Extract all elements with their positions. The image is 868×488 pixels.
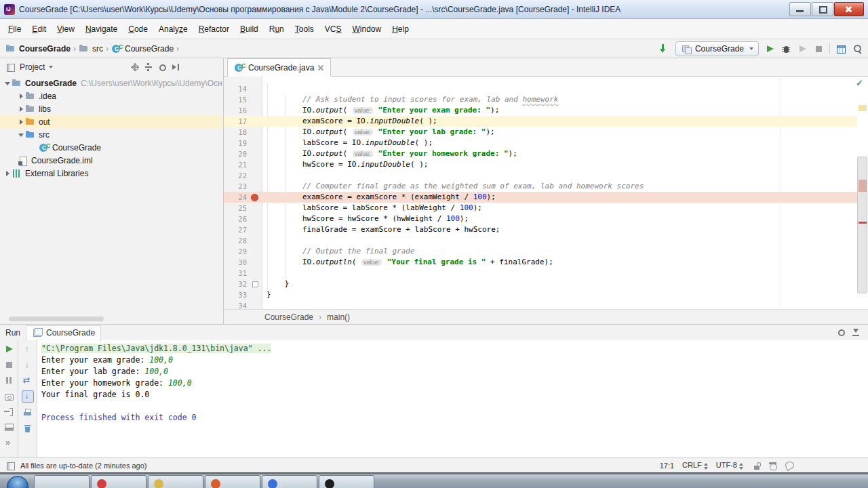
close-tab-icon[interactable]: [317, 64, 324, 71]
code-line-29[interactable]: 29 // Output the final grade: [224, 246, 857, 257]
encoding-selector[interactable]: UTF-8: [716, 461, 743, 469]
inspection-ok-icon[interactable]: [854, 78, 865, 89]
collapse-all-icon[interactable]: [143, 62, 154, 73]
find-icon[interactable]: [852, 43, 863, 54]
tree-item-coursegrade[interactable]: CourseGrade: [0, 141, 222, 154]
chevron-right-icon[interactable]: [4, 168, 12, 179]
code-line-33[interactable]: 33}: [224, 289, 857, 300]
minimize-button[interactable]: [789, 2, 811, 16]
tree-item--idea[interactable]: .idea: [0, 89, 222, 102]
bubble-icon[interactable]: [784, 460, 795, 471]
menu-view[interactable]: View: [52, 22, 80, 36]
stop-icon[interactable]: [3, 359, 14, 370]
code-line-17[interactable]: 17 examScore = IO.inputDouble( );: [224, 116, 857, 127]
taskbar-app-button[interactable]: [91, 475, 146, 488]
menu-build[interactable]: Build: [235, 22, 264, 36]
chevron-right-icon[interactable]: [18, 104, 25, 115]
run-icon[interactable]: [764, 43, 775, 54]
code-line-14[interactable]: 14: [224, 83, 857, 94]
code-area[interactable]: 1415 // Ask student to input scores for …: [224, 77, 868, 310]
project-view-dropdown-icon[interactable]: [49, 66, 53, 68]
coverage-icon[interactable]: [797, 43, 808, 54]
code-line-32[interactable]: 32 }: [224, 279, 857, 289]
menu-analyze[interactable]: Analyze: [153, 22, 193, 36]
code-line-25[interactable]: 25 labScore = labScore * (labWeight / 10…: [224, 203, 857, 214]
code-line-31[interactable]: 31: [224, 268, 857, 279]
stripe-mark-current-line[interactable]: [859, 105, 867, 111]
code-line-34[interactable]: 34: [224, 300, 857, 310]
tree-item-coursegrade[interactable]: CourseGradeC:\Users\user\Work\Курсы\Udem…: [0, 77, 222, 89]
update-project-icon[interactable]: [659, 43, 670, 54]
hide-right-icon[interactable]: [170, 62, 181, 73]
start-button[interactable]: [7, 476, 28, 488]
chevron-down-icon[interactable]: [18, 129, 25, 140]
editor-breadcrumb-item[interactable]: main(): [327, 312, 350, 322]
code-line-22[interactable]: 22: [224, 170, 857, 181]
editor-breadcrumb-item[interactable]: CourseGrade: [264, 312, 313, 322]
stop-icon[interactable]: [813, 43, 824, 54]
taskbar-app-button[interactable]: [205, 475, 260, 488]
code-line-21[interactable]: 21 hwScore = IO.inputDouble( );: [224, 159, 857, 170]
more-icon[interactable]: [3, 437, 14, 448]
tree-item-libs[interactable]: libs: [0, 102, 222, 115]
editor-scrollbar[interactable]: [857, 157, 867, 293]
title-bar[interactable]: CourseGrade [C:\Users\user\Work\Курсы\Ud…: [0, 0, 868, 19]
clear-icon[interactable]: [22, 423, 33, 434]
grid-view-icon[interactable]: [835, 43, 846, 54]
chevron-right-icon[interactable]: [18, 91, 25, 102]
menu-window[interactable]: Window: [347, 22, 387, 36]
menu-help[interactable]: Help: [387, 22, 414, 36]
tree-item-out[interactable]: out: [0, 115, 222, 128]
menu-tools[interactable]: Tools: [290, 22, 319, 36]
taskbar-app-button[interactable]: [262, 475, 317, 488]
breadcrumb-item[interactable]: CourseGrade: [5, 43, 71, 54]
console-output[interactable]: "C:\Program Files\Java\jdk1.8.0_131\bin\…: [37, 343, 868, 458]
close-button[interactable]: [834, 2, 864, 16]
menu-vcs[interactable]: VCS: [319, 22, 347, 36]
menu-edit[interactable]: Edit: [26, 22, 52, 36]
rerun-icon[interactable]: [3, 344, 14, 354]
debug-icon[interactable]: [781, 43, 791, 54]
menu-file[interactable]: File: [3, 22, 26, 36]
scroll-end-icon[interactable]: [22, 390, 34, 403]
code-line-19[interactable]: 19 labScore = IO.inputDouble( );: [224, 138, 857, 148]
restore-button[interactable]: [812, 2, 833, 16]
tree-item-coursegrade-iml[interactable]: CourseGrade.iml: [0, 154, 222, 167]
project-panel-title[interactable]: Project: [20, 62, 45, 72]
softwrap-icon[interactable]: [22, 375, 33, 386]
line-ending-selector[interactable]: CRLF: [682, 461, 708, 469]
tree-item-external-libraries[interactable]: External Libraries: [0, 167, 222, 180]
up-icon[interactable]: [22, 344, 33, 354]
taskbar-app-button[interactable]: [34, 475, 90, 488]
project-scrollbar[interactable]: [9, 317, 104, 321]
locate-icon[interactable]: [130, 62, 140, 73]
code-line-28[interactable]: 28: [224, 235, 857, 246]
gear-icon[interactable]: [835, 327, 846, 338]
run-configuration-selector[interactable]: CourseGrade: [675, 41, 759, 56]
menu-navigate[interactable]: Navigate: [80, 22, 123, 36]
down-icon[interactable]: [22, 359, 33, 370]
status-message[interactable]: All files are up-to-date (2 minutes ago): [20, 462, 660, 470]
menu-refactor[interactable]: Refactor: [193, 22, 235, 36]
code-line-20[interactable]: 20 IO.output( value: "Enter your homewor…: [224, 148, 857, 159]
chevron-right-icon[interactable]: [18, 117, 25, 127]
pause-icon[interactable]: [3, 375, 14, 386]
taskbar-app-button[interactable]: [148, 475, 203, 488]
camera-icon[interactable]: [3, 390, 14, 401]
hide-down-icon[interactable]: [850, 327, 861, 338]
toolwindow-toggle-icon[interactable]: [5, 460, 16, 471]
breakpoint-icon[interactable]: [251, 194, 258, 201]
restore-layout-icon[interactable]: [3, 422, 14, 432]
windows-taskbar[interactable]: [0, 472, 868, 488]
code-line-18[interactable]: 18 IO.output( value: "Enter your lab gra…: [224, 127, 857, 138]
taskbar-app-button[interactable]: [319, 475, 374, 488]
caret-position[interactable]: 17:1: [660, 462, 674, 470]
code-line-23[interactable]: 23 // Computer final grade as the weight…: [224, 181, 857, 192]
exit-icon[interactable]: [3, 406, 14, 417]
breadcrumb-item[interactable]: src: [79, 43, 103, 54]
code-line-16[interactable]: 16 IO.output( value: "Enter your exam gr…: [224, 105, 857, 116]
gear-icon[interactable]: [157, 62, 167, 73]
code-line-27[interactable]: 27 finalGrade = examScore + labScore + h…: [224, 224, 857, 235]
lock-icon[interactable]: [751, 460, 762, 471]
code-line-26[interactable]: 26 hwScore = hwScore * (hwWeight / 100);: [224, 214, 857, 224]
